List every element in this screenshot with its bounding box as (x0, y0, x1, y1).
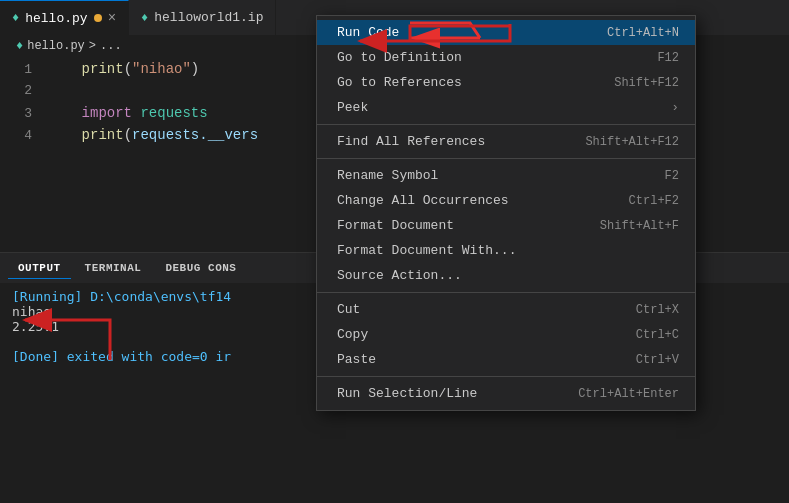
menu-item-find-all-references[interactable]: Find All References Shift+Alt+F12 (317, 129, 695, 154)
menu-item-copy[interactable]: Copy Ctrl+C (317, 322, 695, 347)
divider-1 (317, 124, 695, 125)
menu-item-format-document[interactable]: Format Document Shift+Alt+F (317, 213, 695, 238)
divider-3 (317, 292, 695, 293)
tab-label-2: helloworld1.ip (154, 10, 263, 25)
menu-label-go-to-definition: Go to Definition (337, 50, 462, 65)
tab-terminal[interactable]: TERMINAL (75, 258, 152, 278)
menu-shortcut-find-all-references: Shift+Alt+F12 (585, 135, 679, 149)
menu-shortcut-go-to-definition: F12 (657, 51, 679, 65)
line-number-4: 4 (0, 128, 48, 143)
menu-item-go-to-definition[interactable]: Go to Definition F12 (317, 45, 695, 70)
menu-shortcut-go-to-references: Shift+F12 (614, 76, 679, 90)
menu-label-format-document: Format Document (337, 218, 454, 233)
breadcrumb-file-icon: ♦ (16, 39, 23, 53)
menu-shortcut-copy: Ctrl+C (636, 328, 679, 342)
menu-label-source-action: Source Action... (337, 268, 462, 283)
menu-item-run-selection[interactable]: Run Selection/Line Ctrl+Alt+Enter (317, 381, 695, 406)
breadcrumb-separator: > (89, 39, 96, 53)
divider-4 (317, 376, 695, 377)
menu-shortcut-change-all-occurrences: Ctrl+F2 (629, 194, 679, 208)
menu-label-find-all-references: Find All References (337, 134, 485, 149)
menu-shortcut-paste: Ctrl+V (636, 353, 679, 367)
menu-item-source-action[interactable]: Source Action... (317, 263, 695, 288)
menu-label-paste: Paste (337, 352, 376, 367)
tab-debug-console[interactable]: DEBUG CONS (155, 258, 246, 278)
menu-label-copy: Copy (337, 327, 368, 342)
menu-label-cut: Cut (337, 302, 360, 317)
menu-label-change-all-occurrences: Change All Occurrences (337, 193, 509, 208)
menu-item-format-document-with[interactable]: Format Document With... (317, 238, 695, 263)
menu-item-rename-symbol[interactable]: Rename Symbol F2 (317, 163, 695, 188)
menu-label-run-selection: Run Selection/Line (337, 386, 477, 401)
tab-helloworld1[interactable]: ♦ helloworld1.ip (129, 0, 276, 35)
notebook-file-icon: ♦ (141, 11, 148, 25)
line-number-1: 1 (0, 62, 48, 77)
menu-shortcut-run-selection: Ctrl+Alt+Enter (578, 387, 679, 401)
tab-close-button[interactable]: × (108, 10, 116, 26)
breadcrumb-file: hello.py (27, 39, 85, 53)
modified-dot (94, 14, 102, 22)
peek-submenu-arrow: › (671, 100, 679, 115)
menu-item-peek[interactable]: Peek › (317, 95, 695, 120)
menu-label-peek: Peek (337, 100, 368, 115)
menu-shortcut-format-document: Shift+Alt+F (600, 219, 679, 233)
menu-item-run-code[interactable]: Run Code Ctrl+Alt+N (317, 20, 695, 45)
menu-item-paste[interactable]: Paste Ctrl+V (317, 347, 695, 372)
line-content-3: import requests (48, 105, 208, 121)
tab-hello-py[interactable]: ♦ hello.py × (0, 0, 129, 35)
line-content-4: print(requests.__vers (48, 127, 258, 143)
context-menu: Run Code Ctrl+Alt+N Go to Definition F12… (316, 15, 696, 411)
breadcrumb-context: ... (100, 39, 122, 53)
menu-shortcut-cut: Ctrl+X (636, 303, 679, 317)
line-content-1: print("nihao") (48, 61, 199, 77)
menu-item-cut[interactable]: Cut Ctrl+X (317, 297, 695, 322)
divider-2 (317, 158, 695, 159)
menu-item-change-all-occurrences[interactable]: Change All Occurrences Ctrl+F2 (317, 188, 695, 213)
menu-label-rename-symbol: Rename Symbol (337, 168, 438, 183)
menu-label-run-code: Run Code (337, 25, 399, 40)
tab-output[interactable]: OUTPUT (8, 258, 71, 279)
menu-shortcut-run-code: Ctrl+Alt+N (607, 26, 679, 40)
menu-label-go-to-references: Go to References (337, 75, 462, 90)
line-number-3: 3 (0, 106, 48, 121)
tab-label: hello.py (25, 11, 87, 26)
python-file-icon: ♦ (12, 11, 19, 25)
menu-shortcut-rename-symbol: F2 (665, 169, 679, 183)
menu-label-format-document-with: Format Document With... (337, 243, 516, 258)
line-number-2: 2 (0, 83, 48, 98)
menu-item-go-to-references[interactable]: Go to References Shift+F12 (317, 70, 695, 95)
